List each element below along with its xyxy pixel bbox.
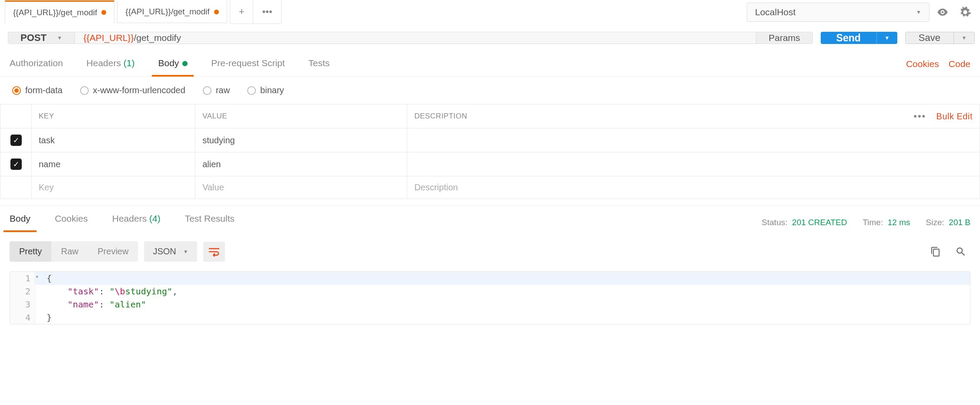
save-button[interactable]: Save: [906, 32, 953, 44]
tab-actions: + •••: [230, 0, 282, 24]
col-description: DESCRIPTION ••• Bulk Edit: [407, 105, 980, 128]
key-cell[interactable]: name: [32, 152, 195, 176]
tab-headers[interactable]: Headers (1): [87, 52, 135, 76]
bulk-edit-link[interactable]: Bulk Edit: [936, 111, 973, 121]
environment-select[interactable]: LocalHost ▼: [747, 3, 930, 22]
chevron-down-icon: ▼: [916, 9, 921, 15]
key-cell[interactable]: Key: [32, 176, 195, 199]
chevron-down-icon: ▼: [884, 35, 889, 41]
tab-authorization[interactable]: Authorization: [10, 52, 63, 76]
value-cell[interactable]: Value: [195, 176, 407, 199]
fold-icon: [35, 298, 43, 311]
view-mode-tabs: Pretty Raw Preview: [10, 241, 138, 262]
settings-button[interactable]: [956, 3, 975, 22]
code-line: 1▾{: [10, 272, 970, 285]
code-content: "name": "alien": [43, 298, 150, 311]
row-checkbox[interactable]: ✓: [10, 135, 22, 146]
code-content: {: [43, 272, 55, 285]
more-columns-button[interactable]: •••: [913, 111, 926, 122]
copy-button[interactable]: [926, 242, 945, 261]
col-key: KEY: [32, 105, 195, 128]
chevron-down-icon: ▼: [962, 35, 967, 41]
chevron-down-icon: ▼: [183, 249, 188, 255]
table-row-new: KeyValueDescription: [0, 176, 980, 199]
row-checkbox[interactable]: ✓: [10, 159, 22, 170]
code-link[interactable]: Code: [949, 59, 970, 69]
search-button[interactable]: [951, 242, 970, 261]
tab-more-button[interactable]: •••: [253, 0, 281, 24]
wrap-icon: [208, 247, 220, 256]
description-cell[interactable]: [407, 128, 980, 152]
request-bar: POST ▼ {{API_URL}}/get_modify Params Sen…: [0, 24, 980, 52]
line-number: 1: [10, 272, 35, 285]
copy-icon: [930, 246, 941, 257]
url-input[interactable]: {{API_URL}}/get_modify: [75, 32, 756, 44]
size-value: 201 B: [949, 218, 970, 227]
request-tab-2[interactable]: {{API_URL}}/get_modif: [117, 1, 227, 23]
line-number: 4: [10, 311, 35, 324]
value-cell[interactable]: alien: [195, 152, 407, 176]
format-select[interactable]: JSON ▼: [144, 241, 197, 262]
tab-tests[interactable]: Tests: [309, 52, 330, 76]
save-button-group: Save ▼: [905, 32, 975, 44]
status-value: 201 CREATED: [792, 218, 847, 227]
url-variable: {{API_URL}}: [84, 33, 134, 43]
view-pretty[interactable]: Pretty: [10, 241, 51, 262]
send-button[interactable]: Send: [821, 32, 876, 44]
body-indicator-icon: [182, 61, 188, 66]
params-button[interactable]: Params: [756, 32, 812, 44]
body-type-row: form-data x-www-form-urlencoded raw bina…: [0, 77, 980, 104]
line-number: 2: [10, 285, 35, 298]
tab-label: {{API_URL}}/get_modif: [125, 7, 209, 17]
radio-raw[interactable]: raw: [203, 85, 230, 95]
tab-prerequest[interactable]: Pre-request Script: [211, 52, 285, 76]
new-tab-button[interactable]: +: [230, 0, 254, 24]
response-view-row: Pretty Raw Preview JSON ▼: [0, 232, 980, 271]
method-select[interactable]: POST ▼: [8, 32, 75, 44]
description-cell[interactable]: [407, 152, 980, 176]
view-raw[interactable]: Raw: [51, 241, 88, 262]
radio-form-data[interactable]: form-data: [12, 85, 63, 95]
value-cell[interactable]: studying: [195, 128, 407, 152]
code-content: "task": "\bstudying",: [43, 285, 181, 298]
cookies-link[interactable]: Cookies: [906, 59, 939, 69]
search-icon: [955, 246, 967, 257]
send-dropdown[interactable]: ▼: [876, 32, 897, 44]
request-tab-1[interactable]: {{API_URL}}/get_modif: [5, 0, 114, 24]
code-content: }: [43, 311, 55, 324]
wrap-lines-button[interactable]: [203, 242, 225, 262]
save-dropdown[interactable]: ▼: [953, 32, 974, 44]
fold-icon: [35, 311, 43, 324]
code-line: 3 "name": "alien": [10, 298, 970, 311]
response-body-code[interactable]: 1▾{2 "task": "\bstudying",3 "name": "ali…: [10, 271, 970, 324]
resp-tab-cookies[interactable]: Cookies: [55, 213, 88, 232]
tab-body[interactable]: Body: [158, 52, 188, 76]
col-value: VALUE: [195, 105, 407, 128]
description-cell[interactable]: Description: [407, 176, 980, 199]
form-data-table: KEY VALUE DESCRIPTION ••• Bulk Edit ✓tas…: [0, 104, 980, 199]
url-path: /get_modify: [134, 33, 181, 43]
key-cell[interactable]: task: [32, 128, 195, 152]
response-meta: Status: 201 CREATED Time: 12 ms Size: 20…: [762, 218, 970, 227]
resp-tab-test-results[interactable]: Test Results: [185, 213, 235, 232]
view-preview[interactable]: Preview: [88, 241, 138, 262]
gear-icon: [959, 6, 971, 18]
unsaved-dot-icon: [101, 10, 106, 15]
resp-tab-headers[interactable]: Headers (4): [112, 213, 161, 232]
code-line: 2 "task": "\bstudying",: [10, 285, 970, 298]
col-checkbox: [0, 105, 32, 128]
resp-tab-body[interactable]: Body: [10, 213, 30, 232]
time-value: 12 ms: [888, 218, 910, 227]
request-section-tabs: Authorization Headers (1) Body Pre-reque…: [0, 52, 980, 77]
request-tabs: {{API_URL}}/get_modif {{API_URL}}/get_mo…: [0, 0, 743, 24]
radio-urlencoded[interactable]: x-www-form-urlencoded: [80, 85, 185, 95]
fold-icon[interactable]: ▾: [35, 272, 43, 285]
environment-label: LocalHost: [755, 7, 795, 17]
line-number: 3: [10, 298, 35, 311]
environment-quicklook-button[interactable]: [933, 3, 952, 22]
radio-binary[interactable]: binary: [247, 85, 284, 95]
eye-icon: [936, 6, 949, 18]
fold-icon: [35, 285, 43, 298]
chevron-down-icon: ▼: [57, 35, 62, 41]
method-label: POST: [20, 32, 47, 44]
